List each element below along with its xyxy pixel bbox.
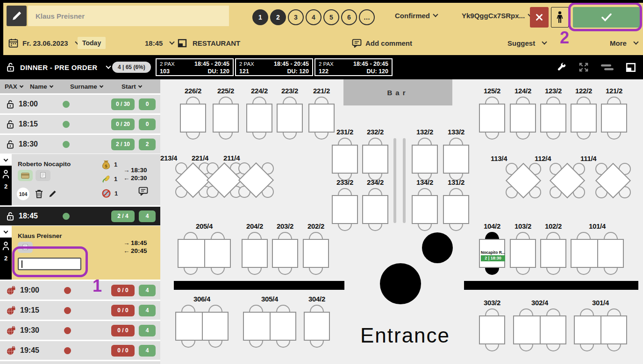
count-badge: 4 (139, 325, 156, 336)
reservation-sidebar: PAXNameSurnameStart 18:000 / 30018:150 /… (0, 79, 160, 364)
pax-option-1[interactable]: 1 (252, 9, 268, 25)
selected-table-103[interactable]: 2 PAX18:45 - 20:45103DU: 120 (156, 58, 234, 76)
pax-option-5[interactable]: 5 (323, 9, 339, 25)
chair (485, 268, 499, 275)
sort-column-start[interactable]: Start (121, 83, 160, 90)
table-224/2[interactable]: 224/2 (246, 87, 272, 157)
sort-column-surname[interactable]: Surname (70, 83, 121, 90)
walk-in-button[interactable] (551, 7, 569, 28)
table-234/2[interactable]: 234/2 (362, 178, 388, 248)
more-dropdown[interactable]: More (610, 31, 638, 55)
timeslot-row-18:00[interactable]: 18:000 / 300 (0, 95, 160, 113)
availability-dot (64, 327, 71, 334)
guest-chips (18, 242, 33, 253)
table-226/2[interactable]: 226/2 (180, 87, 206, 157)
card-chip[interactable] (18, 170, 33, 181)
timeslot-row-20:00[interactable]: 20:000 / 04 (0, 361, 160, 364)
filter-lines-icon[interactable] (601, 63, 614, 71)
room-plan-icon[interactable] (626, 63, 636, 72)
table-101/4[interactable]: 101/4 (571, 222, 624, 292)
table-211/4[interactable] (234, 158, 279, 203)
receipt-chip[interactable] (36, 170, 50, 181)
edit-name-button[interactable] (7, 6, 27, 26)
reservation-code-dropdown[interactable]: Yk9QggCx7SRpx... (462, 0, 532, 31)
timeslot-row-19:15[interactable]: 19:150 / 04 (0, 301, 160, 320)
guest-comment-button[interactable] (138, 187, 148, 196)
time-dropdown[interactable]: 18:45 (145, 31, 174, 55)
pax-option-7[interactable]: … (359, 9, 375, 25)
timeslot-row-19:30[interactable]: 19:300 / 04 (0, 321, 160, 340)
timeslot-row-18:45[interactable]: 18:452 / 44 (0, 207, 160, 225)
chair (338, 224, 352, 231)
table-204/2[interactable]: 204/2 (242, 222, 268, 292)
date-dropdown[interactable]: Fr. 23.06.2023 (22, 31, 79, 55)
confirm-button[interactable] (573, 7, 640, 28)
table-122/2[interactable]: 122/2 (571, 87, 597, 157)
pax-option-4[interactable]: 4 (306, 9, 322, 25)
table-225/2[interactable]: 225/2 (213, 87, 239, 157)
table-103/2[interactable]: 103/2 (510, 222, 536, 292)
table-303/2[interactable]: 303/2 (479, 299, 505, 364)
receipt-chip[interactable] (18, 242, 33, 253)
delete-guest-button[interactable] (35, 189, 43, 198)
pax-option-3[interactable]: 3 (288, 9, 304, 25)
wrench-icon[interactable] (557, 63, 566, 72)
tag-count: 1 (114, 175, 117, 182)
today-button[interactable]: Today (78, 31, 106, 55)
table-123/2[interactable]: 123/2 (540, 87, 566, 157)
timeslot-row-19:45[interactable]: 19:450 / 04 (0, 341, 160, 360)
timeslot-row-18:15[interactable]: 18:150 / 200 (0, 115, 160, 133)
status-dropdown[interactable]: Confirmed (395, 0, 437, 31)
table-205/4[interactable]: 205/4 (178, 222, 231, 292)
table-203/2[interactable]: 203/2 (272, 222, 298, 292)
table-134/2[interactable]: 134/2 (412, 178, 438, 248)
timeslot-row-18:30[interactable]: 18:302 / 102 (0, 135, 160, 154)
table-113/4[interactable] (501, 158, 546, 203)
table-233/2[interactable]: 233/2 (332, 178, 358, 248)
table-102/2[interactable]: 102/2 (540, 222, 566, 292)
pax-option-2[interactable]: 2 (270, 9, 286, 25)
chair (546, 97, 560, 104)
table-111/4[interactable] (591, 158, 636, 203)
guest-row-klaus-preisner[interactable]: 2Klaus Preisner→18:45←20:451 (0, 226, 160, 280)
table-202/2[interactable]: 202/2 (303, 222, 329, 292)
guest-name-input[interactable] (28, 6, 229, 26)
guest-row-roberto-nocapito[interactable]: 2Roberto Nocapito104$111→18:30←20:30 (0, 154, 160, 205)
availability-dot (63, 121, 70, 128)
table-301/4[interactable]: 301/4 (574, 299, 627, 364)
table-label: 225/2 (213, 87, 239, 95)
slot-badges: 0 / 200 (111, 119, 156, 130)
collapse-guest-button[interactable] (0, 154, 12, 166)
table-112/4[interactable] (545, 158, 590, 203)
shift-dropdown[interactable]: DINNER - PRE ORDER (7, 55, 110, 79)
table-121/2[interactable]: 121/2 (601, 87, 627, 157)
table-131/2[interactable]: 131/2 (443, 178, 469, 248)
slot-lock-icon (7, 212, 14, 221)
table-304/2[interactable]: 304/2 (304, 295, 330, 364)
table-302/4[interactable]: 302/4 (513, 299, 566, 364)
edit-guest-button[interactable] (49, 190, 57, 198)
sort-column-name[interactable]: Name (30, 83, 70, 90)
suggest-dropdown[interactable]: Suggest (507, 31, 546, 55)
selected-table-121[interactable]: 2 PAX18:45 - 20:45121DU: 120 (235, 58, 313, 76)
slot-badges: 0 / 300 (111, 98, 156, 110)
sort-column-pax[interactable]: PAX (0, 83, 30, 90)
table-top (412, 145, 438, 174)
guest-note-input[interactable] (18, 258, 81, 270)
pencil-icon (12, 11, 22, 21)
table-221/2[interactable]: 221/2 (308, 87, 335, 157)
table-306/4[interactable]: 306/4 (175, 295, 229, 364)
table-104/2[interactable]: 104/2Nocapito R...2 | 18:30 (479, 222, 505, 292)
add-comment-button[interactable]: Add comment (352, 31, 412, 55)
table-124/2[interactable]: 124/2 (510, 87, 536, 157)
pax-option-6[interactable]: 6 (341, 9, 357, 25)
table-223/2[interactable]: 223/2 (277, 87, 303, 157)
selected-table-122[interactable]: 2 PAX18:45 - 20:45122DU: 120 (314, 58, 393, 76)
table-125/2[interactable]: 125/2 (479, 87, 505, 157)
chair (248, 232, 262, 239)
table-305/4[interactable]: 305/4 (243, 295, 296, 364)
expand-icon[interactable] (579, 62, 589, 72)
cancel-reservation-button[interactable] (530, 7, 549, 28)
collapse-guest-button[interactable] (0, 226, 12, 238)
timeslot-row-19:00[interactable]: 19:000 / 04 (0, 281, 160, 300)
